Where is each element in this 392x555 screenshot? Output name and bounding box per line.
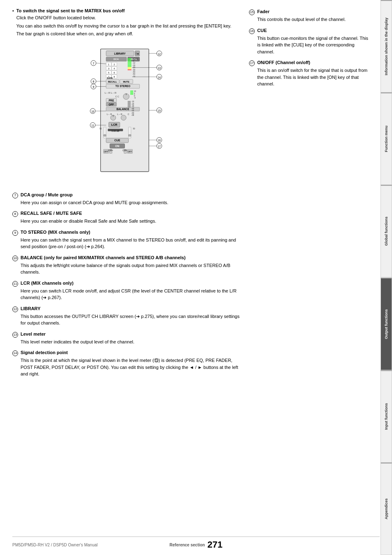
section-title-9: TO STEREO (MIX channels only)	[21, 229, 90, 236]
channel-diagram-container: LIBRARY I◄ DCA MUTE 1	[12, 43, 241, 185]
svg-text:0.00 dB: 0.00 dB	[112, 129, 120, 132]
svg-text:-10: -10	[131, 101, 134, 103]
svg-text:16: 16	[158, 139, 161, 142]
svg-text:L←R L←R: L←R L←R	[105, 91, 116, 94]
svg-text:11: 11	[91, 124, 95, 127]
section-item-right-15: 15 Fader This controls the output level …	[249, 8, 372, 23]
svg-text:13: 13	[158, 67, 161, 69]
svg-rect-28	[128, 61, 131, 62]
svg-text:5: 5	[108, 71, 109, 74]
svg-text:BALANCE: BALANCE	[116, 108, 129, 111]
svg-text:L←R: L←R	[117, 113, 122, 115]
svg-rect-60	[130, 90, 133, 91]
sidebar-tab-output-functions[interactable]: Output functions	[380, 278, 392, 370]
svg-text:-20: -20	[132, 67, 135, 69]
section-item-11: 11 LCR (MIX channels only) Here you can …	[12, 280, 241, 301]
svg-rect-25	[128, 58, 131, 59]
section-number-17: 17	[249, 60, 255, 66]
svg-rect-31	[128, 65, 131, 66]
right-column: 15 Fader This controls the output level …	[249, 8, 372, 382]
svg-text:17: 17	[158, 145, 161, 147]
svg-text:I◄: I◄	[136, 52, 139, 55]
section-title-12: LIBRARY	[21, 305, 40, 312]
svg-text:-70: -70	[132, 75, 135, 77]
svg-rect-81	[128, 106, 131, 107]
section-number-12: 12	[12, 306, 18, 312]
svg-text:14: 14	[158, 76, 161, 78]
svg-text:2: 2	[114, 63, 115, 65]
section-body-13: This level meter indicates the output le…	[21, 339, 241, 345]
svg-text:-50: -50	[132, 73, 135, 75]
svg-text:-50: -50	[131, 110, 134, 112]
svg-rect-27	[128, 60, 131, 61]
svg-text:8: 8	[114, 75, 115, 78]
svg-rect-77	[128, 102, 131, 103]
footer-section: Reference section	[170, 543, 205, 547]
section-number-14: 14	[12, 350, 18, 356]
svg-rect-32	[128, 66, 131, 67]
section-item-12: 12 LIBRARY This button accesses the OUTP…	[12, 305, 241, 327]
section-number-16: 16	[249, 28, 255, 34]
section-number-9: 9	[12, 230, 18, 236]
svg-text:-40: -40	[131, 107, 134, 109]
svg-rect-30	[128, 64, 131, 64]
svg-text:50: 50	[133, 128, 136, 130]
svg-text:LIBRARY: LIBRARY	[114, 52, 126, 55]
svg-text:DCA: DCA	[113, 58, 119, 60]
svg-rect-80	[128, 105, 131, 106]
svg-text:-40: -40	[132, 71, 135, 73]
section-item-14: 14 Signal detection point This is the po…	[12, 349, 241, 378]
svg-text:RECALL: RECALL	[108, 80, 118, 83]
svg-text:C    C: C C	[115, 95, 119, 97]
svg-rect-94	[104, 134, 106, 136]
sidebar-tab-information[interactable]: Information shown in the display	[380, 0, 392, 92]
svg-text:LCR: LCR	[111, 123, 118, 127]
section-title-11: LCR (MIX channels only)	[21, 280, 74, 287]
svg-text:-12: -12	[132, 62, 135, 64]
svg-text:7: 7	[92, 62, 94, 65]
sidebar-tab-global-functions[interactable]: Global functions	[380, 185, 392, 277]
svg-text:CSR=: CSR=	[122, 149, 128, 151]
section-title-8: RECALL SAFE / MUTE SAFE	[21, 210, 82, 217]
svg-text:SAFE: SAFE	[107, 77, 113, 79]
svg-text:9: 9	[92, 85, 94, 89]
svg-point-74	[121, 115, 126, 120]
footer-page: 271	[208, 539, 223, 550]
section-number-8: 8	[12, 211, 18, 217]
section-body-14: This is the point at which the signal le…	[21, 357, 241, 378]
svg-rect-63	[130, 94, 133, 94]
section-item-10: 10 BALANCE (only for paired MIX/MATRIX c…	[12, 254, 241, 276]
svg-text:3: 3	[108, 67, 109, 69]
svg-text:-20: -20	[131, 103, 134, 105]
section-number-15: 15	[249, 9, 255, 15]
section-item-8: 8 RECALL SAFE / MUTE SAFE Here you can e…	[12, 210, 241, 225]
bullet-section: • To switch the signal sent to the MATRI…	[12, 8, 241, 37]
section-item-9: 9 TO STEREO (MIX channels only) Here you…	[12, 229, 241, 250]
svg-text:-60: -60	[131, 112, 134, 114]
svg-text:-30: -30	[131, 105, 134, 107]
svg-text:4: 4	[114, 67, 115, 69]
svg-text:PRE: PRE	[108, 99, 114, 101]
section-title-7: DCA group / Mute group	[21, 191, 73, 198]
section-item-13: 13 Level meter This level meter indicate…	[12, 331, 241, 345]
svg-text:10: 10	[91, 110, 95, 113]
svg-text:OFF: OFF	[128, 150, 133, 152]
svg-text:8: 8	[92, 80, 94, 83]
section-number-13: 13	[12, 332, 18, 338]
sidebar-tab-input-functions[interactable]: Input functions	[380, 370, 392, 463]
section-number-10: 10	[12, 256, 18, 261]
svg-text:CSR=: CSR=	[108, 149, 113, 151]
channel-diagram: LIBRARY I◄ DCA MUTE 1	[88, 43, 166, 185]
section-body-9: Here you can switch the signal sent from…	[21, 237, 241, 250]
sidebar-tabs: Information shown in the displayFunction…	[380, 0, 392, 555]
sidebar-tab-appendices[interactable]: Appendices	[380, 463, 392, 555]
svg-text:C: C	[128, 113, 129, 115]
sidebar-tab-function-menu[interactable]: Function menu	[380, 92, 392, 185]
svg-rect-34	[128, 68, 131, 69]
svg-text:ON: ON	[115, 145, 119, 147]
bullet-body2: You can also switch this on/off by movin…	[16, 23, 241, 30]
svg-text:1: 1	[108, 63, 109, 65]
svg-text:6: 6	[114, 71, 115, 74]
section-title-13: Level meter	[21, 331, 46, 338]
section-number-11: 11	[12, 281, 18, 287]
